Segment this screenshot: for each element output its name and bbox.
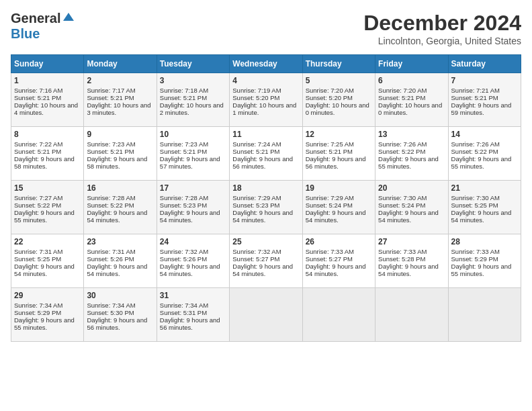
day-number: 12 [306,130,372,139]
calendar-cell [448,288,521,342]
daylight-label: Daylight: 10 hours and 2 minutes. [160,101,224,116]
calendar-table: SundayMondayTuesdayWednesdayThursdayFrid… [11,54,521,342]
daylight-label: Daylight: 10 hours and 0 minutes. [378,101,442,116]
day-number: 3 [160,76,226,85]
calendar-cell: 1Sunrise: 7:16 AMSunset: 5:21 PMDaylight… [11,73,84,127]
sunrise: Sunrise: 7:20 AM [378,87,427,94]
sunrise: Sunrise: 7:18 AM [160,87,208,94]
daylight-label: Daylight: 9 hours and 54 minutes. [378,209,439,224]
calendar-cell: 14Sunrise: 7:26 AMSunset: 5:22 PMDayligh… [448,127,521,181]
day-header-friday: Friday [375,55,448,73]
calendar-cell: 19Sunrise: 7:29 AMSunset: 5:24 PMDayligh… [302,181,375,234]
day-number: 26 [306,237,372,246]
sunrise: Sunrise: 7:26 AM [378,140,427,148]
calendar-cell [230,288,302,342]
sunrise: Sunrise: 7:24 AM [232,140,281,148]
sunset: Sunset: 5:26 PM [87,255,134,263]
daylight-label: Daylight: 9 hours and 55 minutes. [14,316,75,331]
sunset: Sunset: 5:27 PM [306,255,353,263]
sunrise: Sunrise: 7:23 AM [87,140,135,148]
sunrise: Sunrise: 7:20 AM [306,87,354,94]
daylight-label: Daylight: 9 hours and 58 minutes. [87,155,147,170]
calendar-cell: 4Sunrise: 7:19 AMSunset: 5:20 PMDaylight… [230,73,302,127]
day-number: 19 [306,183,372,193]
daylight-label: Daylight: 9 hours and 55 minutes. [378,155,439,170]
day-number: 18 [232,183,299,193]
sunrise: Sunrise: 7:34 AM [87,302,135,309]
sunset: Sunset: 5:24 PM [306,201,353,209]
logo: General Blue [11,11,75,42]
calendar-cell: 9Sunrise: 7:23 AMSunset: 5:21 PMDaylight… [84,127,157,181]
day-number: 17 [160,183,226,193]
day-number: 13 [378,130,445,139]
calendar-cell: 21Sunrise: 7:30 AMSunset: 5:25 PMDayligh… [448,181,521,234]
week-row-3: 15Sunrise: 7:27 AMSunset: 5:22 PMDayligh… [11,181,521,234]
day-header-thursday: Thursday [302,55,375,73]
sunrise: Sunrise: 7:19 AM [232,87,281,94]
sunrise: Sunrise: 7:25 AM [306,140,354,148]
sunset: Sunset: 5:24 PM [378,201,425,209]
sunrise: Sunrise: 7:31 AM [14,248,62,255]
daylight-label: Daylight: 9 hours and 56 minutes. [160,316,220,331]
calendar-cell: 11Sunrise: 7:24 AMSunset: 5:21 PMDayligh… [230,127,302,181]
sunset: Sunset: 5:29 PM [14,309,61,316]
sunrise: Sunrise: 7:29 AM [232,194,281,201]
location: Lincolnton, Georgia, United States [363,36,521,46]
daylight-label: Daylight: 9 hours and 54 minutes. [87,209,147,224]
sunset: Sunset: 5:21 PM [378,94,425,101]
calendar-cell: 23Sunrise: 7:31 AMSunset: 5:26 PMDayligh… [84,234,157,288]
sunrise: Sunrise: 7:28 AM [160,194,208,201]
calendar-cell: 12Sunrise: 7:25 AMSunset: 5:21 PMDayligh… [302,127,375,181]
day-header-wednesday: Wednesday [230,55,302,73]
day-number: 28 [451,237,518,246]
day-number: 21 [451,183,518,193]
sunset: Sunset: 5:21 PM [14,94,61,101]
day-number: 14 [451,130,518,139]
page-header: General Blue December 2024 Lincolnton, G… [11,11,521,46]
daylight-label: Daylight: 9 hours and 54 minutes. [451,209,512,224]
day-number: 8 [14,130,81,139]
daylight-label: Daylight: 9 hours and 54 minutes. [306,263,366,277]
calendar-cell: 16Sunrise: 7:28 AMSunset: 5:22 PMDayligh… [84,181,157,234]
calendar-cell: 7Sunrise: 7:21 AMSunset: 5:21 PMDaylight… [448,73,521,127]
day-number: 2 [87,76,153,85]
daylight-label: Daylight: 9 hours and 55 minutes. [451,155,512,170]
calendar-cell [375,288,448,342]
day-number: 4 [232,76,299,85]
day-number: 1 [14,76,81,85]
week-row-1: 1Sunrise: 7:16 AMSunset: 5:21 PMDaylight… [11,73,521,127]
daylight-label: Daylight: 9 hours and 55 minutes. [14,209,75,224]
day-header-monday: Monday [84,55,157,73]
sunrise: Sunrise: 7:30 AM [451,194,500,201]
day-number: 31 [160,291,226,300]
daylight-label: Daylight: 10 hours and 3 minutes. [87,101,150,116]
sunset: Sunset: 5:31 PM [160,309,207,316]
sunrise: Sunrise: 7:29 AM [306,194,354,201]
sunrise: Sunrise: 7:17 AM [87,87,135,94]
day-number: 7 [451,76,518,85]
calendar-cell: 13Sunrise: 7:26 AMSunset: 5:22 PMDayligh… [375,127,448,181]
daylight-label: Daylight: 9 hours and 54 minutes. [232,263,293,277]
sunset: Sunset: 5:27 PM [232,255,279,263]
sunset: Sunset: 5:30 PM [87,309,134,316]
sunset: Sunset: 5:23 PM [160,201,207,209]
calendar-cell: 24Sunrise: 7:32 AMSunset: 5:26 PMDayligh… [157,234,229,288]
day-number: 23 [87,237,153,246]
daylight-label: Daylight: 9 hours and 59 minutes. [451,101,512,116]
calendar-cell [302,288,375,342]
daylight-label: Daylight: 9 hours and 54 minutes. [160,209,220,224]
sunset: Sunset: 5:21 PM [451,94,498,101]
daylight-label: Daylight: 9 hours and 54 minutes. [232,209,293,224]
sunset: Sunset: 5:29 PM [451,255,498,263]
logo-icon [62,11,75,25]
daylight-label: Daylight: 9 hours and 56 minutes. [87,316,147,331]
daylight-label: Daylight: 9 hours and 54 minutes. [87,263,147,277]
calendar-cell: 3Sunrise: 7:18 AMSunset: 5:21 PMDaylight… [157,73,229,127]
sunrise: Sunrise: 7:26 AM [451,140,500,148]
svg-marker-0 [63,13,74,21]
day-number: 5 [306,76,372,85]
daylight-label: Daylight: 10 hours and 1 minute. [232,101,296,116]
day-number: 9 [87,130,153,139]
calendar-cell: 25Sunrise: 7:32 AMSunset: 5:27 PMDayligh… [230,234,302,288]
logo-blue: Blue [11,26,40,41]
